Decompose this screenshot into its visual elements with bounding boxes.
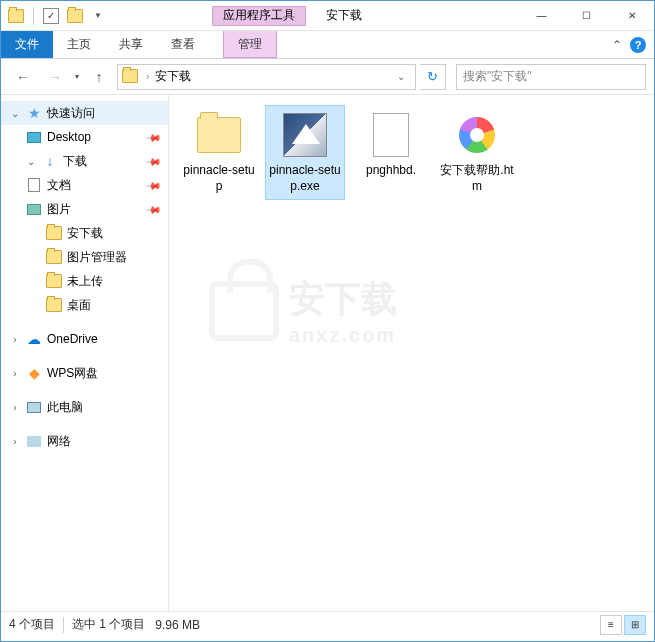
maximize-button[interactable]: ☐ bbox=[564, 1, 609, 30]
pin-icon: 📌 bbox=[146, 177, 162, 193]
pc-icon bbox=[25, 399, 43, 415]
document-icon bbox=[367, 111, 415, 159]
folder-icon bbox=[45, 225, 63, 241]
tab-view[interactable]: 查看 bbox=[157, 31, 209, 58]
window-title: 安下载 bbox=[326, 7, 362, 24]
tab-file[interactable]: 文件 bbox=[1, 31, 53, 58]
expand-icon[interactable]: ⌄ bbox=[25, 156, 37, 167]
details-view-button[interactable]: ≡ bbox=[600, 615, 622, 635]
content-area: ⌄ ★ 快速访问 Desktop 📌 ⌄ ↓ 下载 📌 文档 📌 图片 📌 安下 bbox=[1, 95, 654, 611]
file-name: pnghhbd. bbox=[366, 163, 416, 179]
help-icon[interactable]: ? bbox=[630, 37, 646, 53]
folder-icon bbox=[45, 273, 63, 289]
sidebar-label: 图片管理器 bbox=[67, 249, 127, 266]
file-item-doc[interactable]: pnghhbd. bbox=[351, 105, 431, 200]
address-dropdown-icon[interactable]: ⌄ bbox=[391, 71, 411, 82]
close-button[interactable]: ✕ bbox=[609, 1, 654, 30]
context-tab-label: 应用程序工具 bbox=[212, 6, 306, 26]
sidebar-item-documents[interactable]: 文档 📌 bbox=[1, 173, 168, 197]
folder-icon bbox=[45, 297, 63, 313]
sidebar-item-not-upload[interactable]: 未上传 bbox=[1, 269, 168, 293]
sidebar-label: 下载 bbox=[63, 153, 87, 170]
sidebar-label: 文档 bbox=[47, 177, 71, 194]
watermark-sub: anxz.com bbox=[289, 324, 397, 347]
separator bbox=[33, 7, 34, 25]
sidebar-item-onedrive[interactable]: › ☁ OneDrive bbox=[1, 327, 168, 351]
expand-icon[interactable]: › bbox=[9, 368, 21, 379]
pin-icon: 📌 bbox=[146, 201, 162, 217]
sidebar-item-wps[interactable]: › ◆ WPS网盘 bbox=[1, 361, 168, 385]
file-name: pinnacle-setup bbox=[181, 163, 257, 194]
wps-icon: ◆ bbox=[25, 365, 43, 381]
folder-icon[interactable] bbox=[5, 5, 27, 27]
ribbon-right: ⌃ ? bbox=[612, 31, 654, 58]
search-placeholder: 搜索"安下载" bbox=[463, 68, 532, 85]
sidebar-label: 未上传 bbox=[67, 273, 103, 290]
new-folder-icon[interactable] bbox=[64, 5, 86, 27]
history-dropdown-icon[interactable]: ▾ bbox=[73, 72, 81, 81]
tab-home[interactable]: 主页 bbox=[53, 31, 105, 58]
lock-icon bbox=[209, 281, 279, 341]
qat-dropdown-icon[interactable]: ▼ bbox=[88, 11, 108, 20]
chevron-right-icon[interactable]: › bbox=[146, 71, 149, 82]
cloud-icon: ☁ bbox=[25, 331, 43, 347]
collapse-icon[interactable]: ⌄ bbox=[9, 108, 21, 119]
file-name: 安下载帮助.htm bbox=[439, 163, 515, 194]
refresh-button[interactable]: ↻ bbox=[420, 64, 446, 90]
sidebar-item-desktop[interactable]: Desktop 📌 bbox=[1, 125, 168, 149]
minimize-button[interactable]: — bbox=[519, 1, 564, 30]
expand-icon[interactable]: › bbox=[9, 436, 21, 447]
status-item-count: 4 个项目 bbox=[9, 616, 55, 633]
forward-button[interactable]: → bbox=[41, 63, 69, 91]
tab-share[interactable]: 共享 bbox=[105, 31, 157, 58]
folder-icon bbox=[45, 249, 63, 265]
icons-view-button[interactable]: ⊞ bbox=[624, 615, 646, 635]
network-icon bbox=[25, 433, 43, 449]
tab-manage[interactable]: 管理 bbox=[223, 31, 277, 58]
sidebar-item-anxiazai[interactable]: 安下载 bbox=[1, 221, 168, 245]
folder-icon bbox=[195, 111, 243, 159]
pictures-icon bbox=[25, 201, 43, 217]
sidebar-item-pictures[interactable]: 图片 📌 bbox=[1, 197, 168, 221]
document-icon bbox=[25, 177, 43, 193]
sidebar-item-desktop2[interactable]: 桌面 bbox=[1, 293, 168, 317]
watermark-main: 安下载 bbox=[289, 275, 397, 324]
sidebar-item-network[interactable]: › 网络 bbox=[1, 429, 168, 453]
navigation-pane: ⌄ ★ 快速访问 Desktop 📌 ⌄ ↓ 下载 📌 文档 📌 图片 📌 安下 bbox=[1, 95, 169, 611]
file-item-exe[interactable]: pinnacle-setup.exe bbox=[265, 105, 345, 200]
expand-icon[interactable]: › bbox=[9, 334, 21, 345]
address-segment[interactable]: 安下载 bbox=[155, 68, 191, 85]
ribbon-collapse-icon[interactable]: ⌃ bbox=[612, 38, 622, 52]
search-input[interactable]: 搜索"安下载" bbox=[456, 64, 646, 90]
expand-icon[interactable]: › bbox=[9, 402, 21, 413]
properties-check-icon[interactable]: ✓ bbox=[40, 5, 62, 27]
window-controls: — ☐ ✕ bbox=[519, 1, 654, 30]
file-pane[interactable]: pinnacle-setup pinnacle-setup.exe pnghhb… bbox=[169, 95, 654, 611]
view-switcher: ≡ ⊞ bbox=[600, 615, 646, 635]
sidebar-quick-access[interactable]: ⌄ ★ 快速访问 bbox=[1, 101, 168, 125]
sidebar-item-this-pc[interactable]: › 此电脑 bbox=[1, 395, 168, 419]
sidebar-label: OneDrive bbox=[47, 332, 98, 346]
star-icon: ★ bbox=[25, 105, 43, 121]
address-bar[interactable]: › 安下载 ⌄ bbox=[117, 64, 416, 90]
sidebar-item-downloads[interactable]: ⌄ ↓ 下载 📌 bbox=[1, 149, 168, 173]
sidebar-label: 安下载 bbox=[67, 225, 103, 242]
file-item-htm[interactable]: 安下载帮助.htm bbox=[437, 105, 517, 200]
htm-icon bbox=[453, 111, 501, 159]
file-name: pinnacle-setup.exe bbox=[267, 163, 343, 194]
ribbon-tabs: 文件 主页 共享 查看 管理 ⌃ ? bbox=[1, 31, 654, 59]
download-icon: ↓ bbox=[41, 153, 59, 169]
back-button[interactable]: ← bbox=[9, 63, 37, 91]
up-button[interactable]: ↑ bbox=[85, 63, 113, 91]
navigation-bar: ← → ▾ ↑ › 安下载 ⌄ ↻ 搜索"安下载" bbox=[1, 59, 654, 95]
desktop-icon bbox=[25, 129, 43, 145]
sidebar-label: 图片 bbox=[47, 201, 71, 218]
file-item-folder[interactable]: pinnacle-setup bbox=[179, 105, 259, 200]
sidebar-label: 桌面 bbox=[67, 297, 91, 314]
exe-icon bbox=[281, 111, 329, 159]
sidebar-item-image-mgr[interactable]: 图片管理器 bbox=[1, 245, 168, 269]
separator bbox=[63, 617, 64, 633]
sidebar-label: 此电脑 bbox=[47, 399, 83, 416]
pin-icon: 📌 bbox=[146, 129, 162, 145]
folder-icon bbox=[122, 69, 140, 85]
